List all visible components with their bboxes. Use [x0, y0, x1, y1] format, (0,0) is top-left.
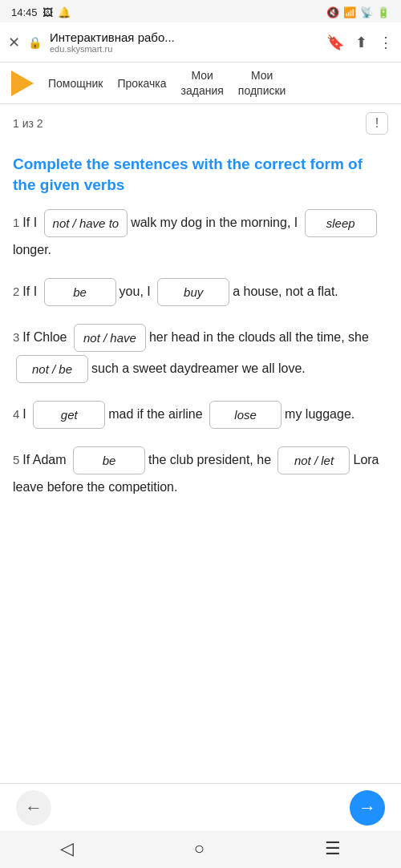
address-bar[interactable]: Интерактивная рабо... edu.skysmart.ru [50, 30, 318, 54]
nav-link-upgrade[interactable]: Прокачка [117, 77, 166, 90]
sentence-text: mad if the airline [108, 407, 206, 421]
browser-bar: ✕ 🔒 Интерактивная рабо... edu.skysmart.r… [0, 22, 401, 63]
nav-bar: Помощник Прокачка Мои задания Мои подпис… [0, 63, 401, 104]
app-logo[interactable] [10, 71, 35, 96]
sentences-container: 1If I not / have towalk my dog in the mo… [13, 208, 388, 499]
answer-box[interactable]: be [73, 446, 145, 474]
signal-icon: 📡 [360, 6, 373, 18]
answer-box[interactable]: not / be [16, 355, 88, 383]
prev-button[interactable]: ← [16, 790, 51, 826]
status-bar-right: 🔇 📶 📡 🔋 [326, 6, 390, 18]
sentence-number-1: 1 [13, 216, 19, 229]
answer-box[interactable]: be [44, 278, 116, 306]
alert-icon: 🔔 [58, 6, 71, 18]
sentence-text: her head in the clouds all the time, she [149, 330, 369, 344]
answer-box[interactable]: not / have [74, 324, 146, 352]
sentence-number-3: 3 [13, 330, 19, 344]
sentence-item-1: 1If I not / have towalk my dog in the mo… [13, 208, 388, 262]
lock-icon: 🔒 [28, 36, 42, 49]
sentence-item-4: 4I getmad if the airline losemy luggage. [13, 399, 388, 430]
sentence-text: my luggage. [285, 407, 354, 421]
wifi-icon: 📶 [343, 6, 356, 18]
share-icon[interactable]: ⬆ [355, 34, 367, 51]
answer-box[interactable]: buy [157, 278, 229, 306]
answer-box[interactable]: sleep [305, 209, 377, 237]
sentence-text: such a sweet daydreamer we all love. [91, 361, 306, 375]
recents-button[interactable]: ☰ [309, 835, 357, 862]
answer-box[interactable]: get [33, 401, 105, 429]
status-bar: 14:45 🖼 🔔 🔇 📶 📡 🔋 [0, 0, 401, 22]
mute-icon: 🔇 [326, 6, 339, 18]
hint-button[interactable]: ! [366, 112, 388, 135]
sentence-text: I [22, 407, 30, 421]
sentence-text: the club president, he [148, 453, 274, 466]
nav-link-subscriptions[interactable]: Мои подписки [238, 68, 286, 97]
sentence-item-5: 5If Adam bethe club president, he not / … [13, 445, 388, 499]
sentence-text: If Adam [22, 453, 70, 466]
sentence-number-2: 2 [13, 285, 19, 298]
sentence-text: you, I [119, 285, 155, 298]
sentence-text: If I [22, 285, 40, 298]
answer-box[interactable]: not / have to [44, 209, 128, 237]
sentence-text: If I [22, 216, 40, 229]
home-button[interactable]: ○ [178, 835, 221, 862]
image-icon: 🖼 [43, 6, 53, 18]
browser-action-icons: 🔖 ⬆ ⋮ [326, 34, 393, 51]
nav-links: Помощник Прокачка Мои задания Мои подпис… [48, 68, 391, 97]
status-bar-left: 14:45 🖼 🔔 [11, 6, 71, 18]
system-nav: ◁ ○ ☰ [0, 831, 401, 868]
site-title: Интерактивная рабо... [50, 30, 318, 44]
progress-row: 1 из 2 ! [13, 104, 388, 139]
time-display: 14:45 [11, 6, 38, 18]
sentence-item-2: 2If I beyou, I buya house, not a flat. [13, 277, 388, 308]
task-heading: Complete the sentences with the correct … [13, 154, 388, 195]
sentence-number-5: 5 [13, 453, 19, 466]
progress-text: 1 из 2 [13, 117, 43, 130]
sentence-text: a house, not a flat. [233, 285, 338, 298]
sentence-text: walk my dog in the morning, I [131, 216, 302, 229]
nav-link-tasks[interactable]: Мои задания [181, 68, 224, 97]
sentence-text: If Chloe [22, 330, 71, 344]
nav-link-helper[interactable]: Помощник [48, 77, 103, 90]
sentence-item-3: 3If Chloe not / haveher head in the clou… [13, 322, 388, 385]
sentence-text: longer. [13, 243, 51, 256]
logo-triangle [11, 71, 34, 96]
sentence-number-4: 4 [13, 407, 19, 421]
bookmark-icon[interactable]: 🔖 [326, 34, 344, 51]
battery-icon: 🔋 [377, 6, 390, 18]
back-button[interactable]: ◁ [44, 835, 90, 862]
close-tab-button[interactable]: ✕ [8, 34, 20, 51]
answer-box[interactable]: not / let [277, 446, 350, 474]
next-button[interactable]: → [350, 790, 385, 826]
main-content: 1 из 2 ! Complete the sentences with the… [0, 104, 401, 783]
answer-box[interactable]: lose [209, 401, 282, 429]
more-options-icon[interactable]: ⋮ [379, 34, 393, 51]
bottom-nav: ← → [0, 783, 401, 831]
site-url: edu.skysmart.ru [50, 44, 318, 54]
